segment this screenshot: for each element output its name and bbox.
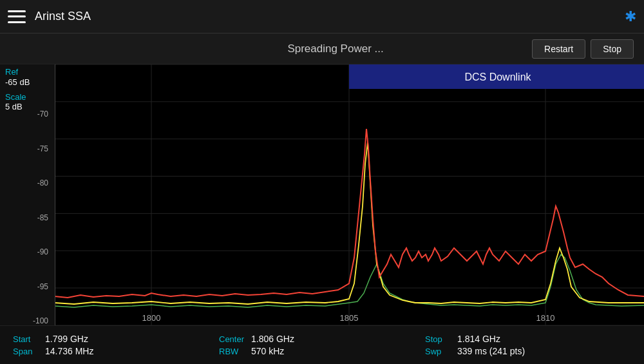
ref-value: -65 dB: [0, 77, 55, 87]
toolbar: Spreading Power ... Restart Stop: [0, 34, 644, 64]
scale-label: Scale: [0, 87, 55, 102]
ref-label: Ref: [0, 64, 55, 77]
db-axis: -70 -75 -80 -85 -90 -95 -100: [0, 110, 55, 325]
toolbar-title: Spreading Power ...: [139, 43, 532, 55]
chart-svg: DCS Downlink 1800 1805 1810: [55, 64, 644, 325]
db-tick-100: -100: [0, 316, 52, 325]
center-key: Center: [219, 334, 246, 344]
stop-group: Stop 1.814 GHz Swp 339 ms (241 pts): [425, 334, 631, 356]
start-group: Start 1.799 GHz Span 14.736 MHz: [13, 334, 219, 356]
rbw-key: RBW: [219, 347, 246, 356]
span-key: Span: [13, 347, 40, 356]
db-tick-95: -95: [0, 282, 52, 291]
menu-icon[interactable]: [8, 10, 26, 23]
db-tick-70: -70: [0, 110, 52, 119]
center-group: Center 1.806 GHz RBW 570 kHz: [219, 334, 425, 356]
toolbar-buttons: Restart Stop: [532, 39, 634, 59]
db-tick-75: -75: [0, 144, 52, 153]
x-label-1810: 1810: [536, 313, 555, 323]
bluetooth-icon: ✱: [625, 8, 636, 25]
header: Arinst SSA ✱: [0, 0, 644, 34]
y-axis-labels: Ref -65 dB Scale 5 dB -70 -75 -80 -85 -9…: [0, 64, 55, 325]
chart-container: DCS Downlink 1800 1805 1810: [55, 64, 644, 325]
span-val: 14.736 MHz: [45, 346, 93, 356]
swp-val: 339 ms (241 pts): [457, 346, 525, 356]
stop-key: Stop: [425, 334, 452, 344]
db-tick-90: -90: [0, 247, 52, 256]
stop-val: 1.814 GHz: [457, 334, 500, 344]
app-title: Arinst SSA: [35, 10, 625, 23]
start-val: 1.799 GHz: [45, 334, 88, 344]
start-key: Start: [13, 334, 40, 344]
db-tick-80: -80: [0, 178, 52, 187]
stop-button[interactable]: Stop: [591, 39, 634, 59]
rbw-val: 570 kHz: [251, 346, 284, 356]
x-label-1805: 1805: [340, 313, 359, 323]
band-label: DCS Downlink: [464, 72, 531, 82]
x-label-1800: 1800: [142, 313, 161, 323]
restart-button[interactable]: Restart: [532, 39, 585, 59]
swp-key: Swp: [425, 347, 452, 356]
main-area: Ref -65 dB Scale 5 dB -70 -75 -80 -85 -9…: [0, 64, 644, 325]
center-val: 1.806 GHz: [251, 334, 294, 344]
info-bar: Start 1.799 GHz Span 14.736 MHz Center 1…: [0, 325, 644, 364]
db-tick-85: -85: [0, 213, 52, 222]
